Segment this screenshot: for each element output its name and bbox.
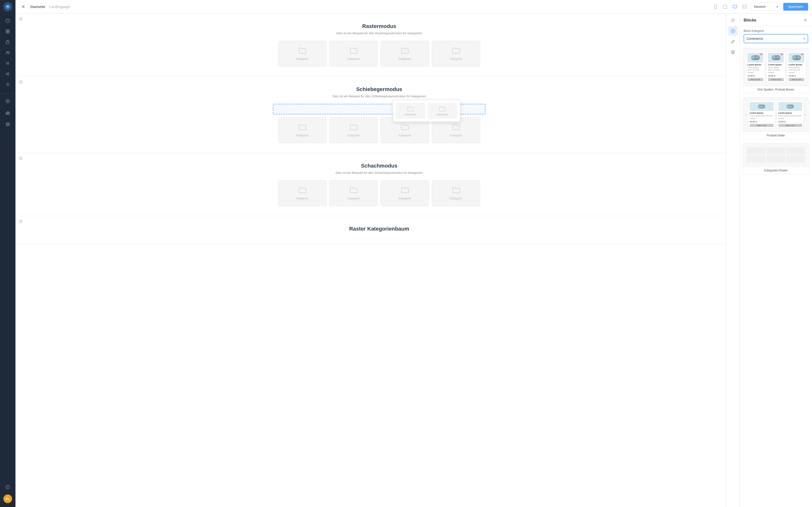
- section-handle-4[interactable]: [17, 218, 24, 225]
- app-logo[interactable]: [3, 2, 12, 12]
- right-panel: Blöcke ✕ Block-Kategorie Commerce Layout…: [740, 13, 812, 507]
- sidebar-settings-icon[interactable]: [3, 80, 12, 89]
- drei-spalten-label: Drei Spalten, Produkt-Boxen: [743, 86, 809, 93]
- edit-tool-button[interactable]: [728, 37, 738, 46]
- folder-icon: [298, 123, 306, 132]
- sidebar-help-icon[interactable]: ?: [3, 16, 12, 25]
- kategorie-item[interactable]: Kategorie: [329, 117, 378, 143]
- produkt-slider-block-card[interactable]: ‹ Lorem Ipsum Lorem ipsum dolor sit amet…: [743, 97, 809, 139]
- sidebar-megaphone-icon[interactable]: [3, 69, 12, 79]
- product-image: [750, 102, 773, 111]
- product-title: Lorem Ipsum: [789, 63, 804, 66]
- product-price: 19,90 €: [789, 74, 804, 77]
- svg-rect-4: [8, 30, 9, 31]
- add-to-cart-btn[interactable]: Add to cart: [750, 124, 773, 127]
- kategorie-item[interactable]: Kategorie: [432, 41, 480, 67]
- category-select-wrapper: Commerce Layout Media Text: [744, 34, 808, 43]
- folder-icon: [401, 186, 409, 195]
- sidebar-store-icon[interactable]: [3, 119, 12, 129]
- folder-icon: [401, 123, 409, 132]
- kategorie-item[interactable]: Kategorie: [329, 180, 378, 206]
- user-avatar[interactable]: FL: [3, 495, 12, 503]
- add-to-cart-btn[interactable]: Add to cart: [778, 124, 802, 127]
- product-image: [789, 53, 804, 62]
- folder-icon: [452, 123, 460, 132]
- add-to-cart-btn[interactable]: Add to cart: [748, 78, 763, 81]
- sidebar-info-icon[interactable]: [3, 483, 12, 492]
- sidebar-bag-icon[interactable]: [3, 37, 12, 47]
- language-selector[interactable]: Deutsch English Français: [751, 3, 780, 11]
- product-image: [778, 102, 802, 111]
- folder-icon: [298, 186, 306, 195]
- svg-point-8: [6, 51, 8, 53]
- schiebeger-title: Schiebegermodus: [273, 86, 486, 93]
- folder-icon: [350, 186, 357, 195]
- panel-header: Blöcke ✕: [740, 13, 812, 26]
- svg-rect-36: [21, 17, 22, 18]
- kategorie-item[interactable]: Kategorie: [278, 117, 326, 143]
- add-to-cart-btn[interactable]: Add to cart: [789, 78, 804, 81]
- rastermodus-subtitle: Dies ist ein Beispiel für den Rasterlayo…: [273, 32, 486, 35]
- panel-close-button[interactable]: ✕: [802, 17, 808, 23]
- kategorie-item[interactable]: Kategorie: [329, 41, 378, 67]
- schach-grid: Kategorie Kategorie: [273, 180, 486, 206]
- product-price: 19,90 €: [750, 120, 773, 123]
- kategorie-item[interactable]: Kategorie: [432, 180, 480, 206]
- product-desc: Lorem ipsum dolor sit amet conset...: [789, 66, 804, 74]
- svg-rect-7: [6, 41, 9, 44]
- svg-rect-19: [8, 112, 9, 114]
- slider-product-item: Lorem Ipsum Lorem ipsum dolor sit amet c…: [777, 101, 804, 129]
- sidebar-add-icon[interactable]: [3, 96, 12, 106]
- list-view-icon[interactable]: [741, 3, 749, 11]
- section-handle-1[interactable]: [17, 15, 24, 22]
- slider-left-arrow[interactable]: ‹: [746, 113, 747, 117]
- mobile-view-icon[interactable]: [712, 3, 719, 11]
- sidebar-grid-icon[interactable]: [3, 26, 12, 36]
- language-select[interactable]: Deutsch English Français: [751, 3, 780, 11]
- section-handle-3[interactable]: [17, 155, 24, 162]
- kat-raster-item: [786, 156, 805, 163]
- desktop-view-icon[interactable]: [731, 3, 739, 11]
- sidebar-list-icon[interactable]: [3, 58, 12, 68]
- tablet-view-icon[interactable]: [721, 3, 729, 11]
- kategorie-item[interactable]: Kategorie: [278, 41, 326, 67]
- svg-rect-44: [21, 157, 22, 158]
- product-preview-item: Lorem Ipsum Lorem ipsum dolor sit amet c…: [746, 51, 765, 83]
- canvas-wrapper: Rastermodus Dies ist ein Beispiel für de…: [15, 13, 726, 507]
- kat-raster-item: [786, 147, 805, 155]
- folder-icon: [350, 47, 357, 55]
- layers-tool-button[interactable]: [728, 47, 738, 57]
- kat-raster-item: [767, 147, 785, 155]
- kategorie-item[interactable]: Kategorie: [380, 41, 429, 67]
- product-desc: Lorem ipsum dolor sit amet conset...: [778, 115, 802, 120]
- svg-rect-21: [7, 125, 8, 126]
- folder-icon: [452, 186, 460, 195]
- svg-rect-45: [19, 159, 20, 160]
- close-button[interactable]: ✕: [19, 3, 27, 11]
- kat-raster-grid: [746, 146, 806, 164]
- sidebar-people-icon[interactable]: [3, 48, 12, 57]
- add-block-tool-button[interactable]: [728, 26, 738, 36]
- product-image: [748, 53, 763, 62]
- raster-kategorienbaum-section: Raster Kategorienbaum: [15, 216, 726, 244]
- sidebar-chart-icon[interactable]: [3, 108, 12, 118]
- svg-rect-38: [21, 19, 22, 20]
- product-desc: Lorem ipsum dolor sit amet conset...: [748, 66, 763, 74]
- svg-rect-49: [19, 222, 20, 223]
- kategorien-raster-block-card[interactable]: Kategorien-Raster: [743, 143, 809, 174]
- product-price: 19,90 €: [748, 74, 763, 77]
- svg-rect-32: [743, 5, 747, 8]
- product-price: 19,90 €: [768, 74, 784, 77]
- save-button[interactable]: Speichern: [783, 3, 808, 11]
- settings-tool-button[interactable]: [728, 15, 738, 25]
- raster-kat-title: Raster Kategorienbaum: [273, 226, 486, 232]
- kategorie-item[interactable]: Kategorie: [278, 180, 326, 206]
- section-handle-2[interactable]: [17, 78, 24, 85]
- slider-right-arrow[interactable]: ›: [805, 113, 806, 117]
- kategorie-item[interactable]: Kategorie: [380, 180, 429, 206]
- rastermodus-grid: Kategorie Kategorie: [273, 41, 486, 67]
- page-title: Startseite: [30, 5, 45, 9]
- add-to-cart-btn[interactable]: Add to cart: [768, 78, 784, 81]
- drei-spalten-block-card[interactable]: Lorem Ipsum Lorem ipsum dolor sit amet c…: [743, 48, 809, 94]
- category-select[interactable]: Commerce Layout Media Text: [744, 34, 808, 43]
